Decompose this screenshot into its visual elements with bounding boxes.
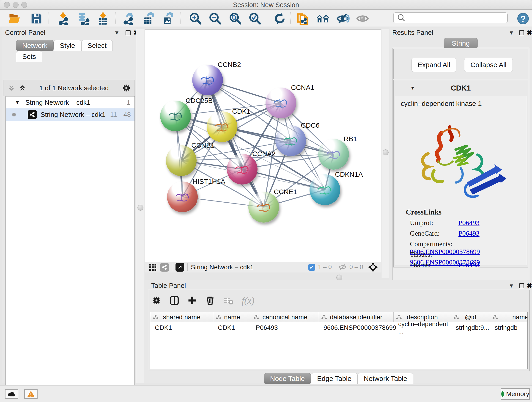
node-table[interactable]: shared namenamecanonical namedatabase id… — [150, 312, 528, 369]
tab-node-table[interactable]: Node Table — [264, 373, 311, 384]
results-panel-close-button[interactable]: ✖ — [526, 29, 532, 37]
table-cell[interactable]: P06493 — [251, 323, 319, 333]
show-columns-icon[interactable] — [169, 295, 179, 306]
add-column-icon[interactable] — [187, 295, 197, 306]
tab-style[interactable]: Style — [54, 40, 81, 51]
expand-all-chevrons-icon[interactable] — [19, 84, 26, 92]
network-node-hist1h1a[interactable] — [167, 182, 198, 212]
network-view[interactable]: CCNB2 CCNA1 CDC25B CDK1 CDC6 RB1CCNB1 — [145, 29, 381, 272]
show-all-eye-icon[interactable] — [355, 12, 370, 25]
memory-button[interactable]: Memory — [501, 388, 530, 400]
zoom-out-icon[interactable] — [208, 12, 222, 25]
tab-sets[interactable]: Sets — [16, 51, 42, 62]
save-session-icon[interactable] — [29, 12, 44, 25]
network-node-rb1[interactable] — [318, 139, 349, 170]
network-node-ccne1[interactable] — [248, 192, 279, 223]
node-label-cdkn1a: CDKN1A — [335, 171, 363, 178]
selected-checkbox-icon[interactable]: ✓ — [308, 264, 315, 271]
table-cell[interactable]: stringdb:9... — [451, 323, 490, 333]
column-header-shared-name[interactable]: shared name — [150, 312, 213, 322]
network-graph[interactable]: CCNB2 CCNA1 CDC25B CDK1 CDC6 RB1CCNB1 — [145, 30, 381, 262]
string-view-icon[interactable] — [160, 263, 169, 272]
import-network-file-icon[interactable] — [57, 12, 71, 25]
delete-column-icon[interactable] — [205, 295, 215, 306]
column-header-database-identifier[interactable]: database identifier — [319, 312, 394, 322]
hide-selected-eye-icon[interactable] — [336, 12, 350, 25]
fit-content-crosshair-icon[interactable] — [368, 262, 378, 272]
table-panel-close-button[interactable]: ✖ — [526, 282, 532, 290]
network-row-selected[interactable]: String Network – cdk1 11 48 — [6, 108, 134, 121]
clone-network-icon[interactable] — [296, 12, 310, 25]
collapse-all-button[interactable]: Collapse All — [464, 58, 513, 72]
houses-icon[interactable] — [316, 12, 330, 25]
open-in-window-icon[interactable] — [176, 263, 184, 272]
refresh-icon[interactable] — [273, 12, 287, 25]
splitter-handle[interactable] — [138, 205, 143, 211]
network-node-ccnb1[interactable] — [166, 145, 196, 176]
help-button[interactable]: ? — [517, 13, 529, 24]
zoom-fit-icon[interactable] — [228, 12, 242, 25]
network-node-cdc25b[interactable] — [160, 101, 191, 131]
table-cell[interactable]: CDK1 — [150, 323, 213, 333]
warning-button[interactable] — [24, 389, 38, 399]
cloud-button[interactable] — [5, 389, 18, 399]
tab-string[interactable]: String — [444, 38, 478, 49]
network-node-cdk1[interactable] — [207, 111, 237, 142]
gene-section-header[interactable]: ▼ CDK1 — [394, 80, 528, 96]
zoom-selected-icon[interactable] — [248, 12, 262, 25]
hidden-eye-icon[interactable] — [338, 264, 347, 271]
open-session-icon[interactable] — [8, 12, 22, 25]
network-node-cdkn1a[interactable] — [310, 174, 340, 205]
tab-edge-table[interactable]: Edge Table — [311, 373, 358, 384]
current-network-title: String Network – cdk1 — [191, 264, 254, 271]
right-splitter[interactable] — [382, 29, 389, 278]
table-cell[interactable]: cyclin–dependent ... — [394, 323, 451, 333]
protein-thumbnail — [271, 95, 291, 113]
protein-thumbnail — [254, 199, 273, 217]
network-node-ccna2[interactable] — [227, 154, 258, 185]
crosslink-link[interactable]: P06493 — [458, 230, 480, 237]
horizontal-splitter-handle[interactable] — [336, 274, 342, 281]
results-panel-menu-caret[interactable]: ▼ — [509, 30, 514, 36]
network-collection-row[interactable]: ▼ String Network – cdk1 1 — [6, 96, 134, 108]
column-header-canonical-name[interactable]: canonical name — [251, 312, 319, 322]
section-collapse-caret[interactable]: ▼ — [410, 85, 415, 91]
birds-eye-grid-icon[interactable] — [149, 263, 157, 271]
column-header--id[interactable]: @id — [451, 312, 490, 322]
table-panel-menu-caret[interactable]: ▼ — [509, 283, 514, 289]
tab-network[interactable]: Network — [16, 40, 54, 51]
table-cell[interactable]: 9606.ENSP00000378699 — [319, 323, 394, 333]
gear-icon[interactable] — [122, 83, 131, 93]
network-node-ccna1[interactable] — [266, 88, 296, 118]
table-cell[interactable]: stringdb — [490, 323, 528, 333]
export-network-icon[interactable] — [122, 12, 137, 25]
splitter-handle[interactable] — [383, 149, 389, 155]
search-input[interactable] — [408, 13, 507, 22]
protein-thumbnail — [281, 133, 301, 151]
collapse-all-chevrons-icon[interactable] — [7, 84, 15, 92]
crosslink-link[interactable]: P06493 — [458, 219, 480, 226]
column-header-namespace[interactable]: namespace — [490, 312, 528, 322]
results-panel-float-button[interactable] — [519, 30, 524, 35]
column-header-name[interactable]: name — [213, 312, 251, 322]
expand-all-button[interactable]: Expand All — [412, 58, 456, 72]
table-row[interactable]: CDK1CDK1P064939606.ENSP00000378699cyclin… — [150, 323, 528, 333]
table-gear-icon[interactable] — [152, 295, 162, 306]
table-cell[interactable]: CDK1 — [213, 323, 251, 333]
left-splitter[interactable] — [136, 29, 144, 383]
export-image-icon[interactable] — [161, 12, 176, 25]
crosslink-link[interactable]: P06493 — [458, 261, 480, 269]
network-node-cdc6[interactable] — [275, 125, 306, 156]
tab-select[interactable]: Select — [81, 40, 113, 51]
control-panel-float-button[interactable] — [126, 30, 131, 35]
table-panel-float-button[interactable] — [519, 283, 524, 288]
import-network-database-icon[interactable] — [76, 12, 90, 25]
tree-expand-caret[interactable]: ▼ — [15, 99, 20, 105]
zoom-in-icon[interactable] — [188, 12, 203, 25]
import-table-file-icon[interactable] — [96, 12, 110, 25]
export-table-icon[interactable] — [142, 12, 156, 25]
protein-thumbnail — [198, 72, 217, 90]
network-node-ccnb2[interactable] — [192, 65, 223, 95]
tab-network-table[interactable]: Network Table — [358, 373, 413, 384]
control-panel-menu-caret[interactable]: ▼ — [114, 30, 120, 36]
